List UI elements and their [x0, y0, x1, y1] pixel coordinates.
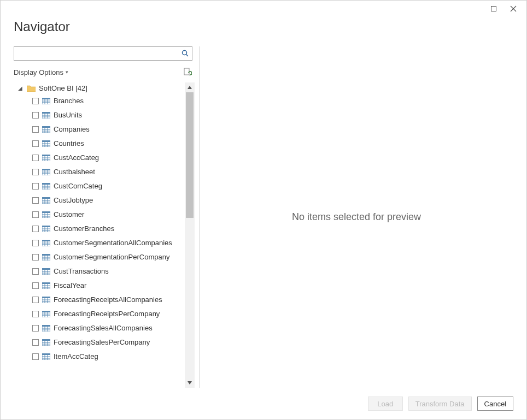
cancel-button[interactable]: Cancel [477, 397, 513, 411]
search-icon[interactable] [179, 50, 192, 57]
table-icon [42, 254, 50, 261]
svg-line-4 [186, 55, 189, 57]
checkbox[interactable] [32, 254, 39, 261]
checkbox[interactable] [32, 325, 39, 332]
tree-item[interactable]: CustomerSegmentationPerCompany [15, 250, 185, 264]
tree-item[interactable]: CustTransactions [15, 264, 185, 279]
load-button-label: Load [377, 400, 393, 408]
checkbox[interactable] [32, 197, 39, 204]
scroll-track[interactable] [185, 92, 195, 378]
checkbox[interactable] [32, 169, 39, 175]
transform-data-button[interactable]: Transform Data [408, 397, 472, 411]
table-icon [42, 126, 50, 133]
checkbox[interactable] [32, 339, 39, 346]
table-icon [42, 282, 50, 289]
checkbox[interactable] [32, 226, 39, 232]
table-icon [42, 325, 50, 332]
title-bar [1, 1, 526, 17]
tree-item[interactable]: CustomerSegmentationAllCompanies [15, 236, 185, 250]
tree-item-label: CustJobtype [54, 196, 93, 205]
svg-rect-37 [42, 169, 50, 170]
dialog-header: Navigator [1, 17, 526, 38]
preview-panel: No items selected for preview [200, 46, 513, 388]
tree-item-label: Companies [54, 125, 90, 134]
load-button[interactable]: Load [368, 397, 403, 411]
svg-rect-55 [42, 211, 50, 213]
checkbox[interactable] [32, 268, 39, 275]
checkbox[interactable] [32, 353, 39, 360]
tree-item-label: CustomerBranches [54, 224, 114, 234]
tree-item-label: ForecastingReceiptsPerCompany [54, 309, 160, 319]
tree-item-label: ForecastingSalesPerCompany [54, 338, 150, 347]
tree-item[interactable]: FiscalYear [15, 279, 185, 293]
svg-rect-109 [42, 339, 50, 341]
tree-item-label: CustAccCateg [54, 153, 99, 163]
folder-icon [27, 85, 36, 92]
checkbox[interactable] [32, 140, 39, 147]
tree-item-label: BusUnits [54, 110, 82, 120]
svg-rect-25 [42, 140, 50, 142]
tree-item[interactable]: Customer [15, 208, 185, 222]
refresh-button[interactable] [183, 67, 192, 77]
checkbox[interactable] [32, 240, 39, 246]
table-icon [42, 297, 50, 303]
tree-item[interactable]: ForecastingSalesAllCompanies [15, 321, 185, 335]
collapse-icon[interactable]: ◢ [18, 85, 24, 91]
svg-rect-73 [42, 254, 50, 256]
table-icon [42, 112, 50, 119]
table-icon [42, 311, 50, 317]
tree-item[interactable]: Custbalsheet [15, 165, 185, 179]
chevron-down-icon [188, 381, 192, 384]
maximize-button[interactable] [484, 2, 503, 16]
svg-rect-5 [184, 68, 189, 75]
checkbox[interactable] [32, 112, 39, 119]
svg-rect-79 [42, 268, 50, 270]
tree-item[interactable]: ForecastingReceiptsAllCompanies [15, 293, 185, 307]
search-input[interactable] [14, 50, 179, 58]
table-icon [42, 353, 50, 360]
tree-item-label: Countries [54, 139, 84, 149]
scrollbar[interactable] [185, 82, 195, 388]
search-box[interactable] [14, 46, 192, 61]
tree-item[interactable]: Branches [15, 94, 185, 108]
checkbox[interactable] [32, 126, 39, 133]
tree-item-label: ForecastingSalesAllCompanies [54, 323, 153, 333]
dialog-footer: Load Transform Data Cancel [1, 388, 526, 419]
svg-rect-13 [42, 112, 50, 114]
table-icon [42, 98, 50, 104]
tree-item[interactable]: ItemAccCateg [15, 350, 185, 364]
checkbox[interactable] [32, 311, 39, 317]
close-button[interactable] [503, 2, 523, 16]
preview-empty-message: No items selected for preview [292, 211, 421, 223]
tree-item[interactable]: CustJobtype [15, 193, 185, 208]
checkbox[interactable] [32, 297, 39, 303]
scroll-up-button[interactable] [185, 82, 195, 92]
tree-item[interactable]: Countries [15, 137, 185, 151]
checkbox[interactable] [32, 211, 39, 218]
tree-item[interactable]: CustComCateg [15, 179, 185, 193]
tree-item-label: CustomerSegmentationPerCompany [54, 252, 169, 262]
tree-item[interactable]: CustAccCateg [15, 151, 185, 165]
checkbox[interactable] [32, 155, 39, 161]
dialog-title: Navigator [14, 19, 513, 34]
scroll-thumb[interactable] [186, 92, 194, 218]
table-icon [42, 268, 50, 275]
display-options-dropdown[interactable]: Display Options ▾ [14, 68, 68, 76]
checkbox[interactable] [32, 183, 39, 190]
svg-rect-97 [42, 311, 50, 312]
tree-item[interactable]: ForecastingSalesPerCompany [15, 335, 185, 350]
svg-rect-0 [491, 7, 496, 11]
tree-item[interactable]: CustomerBranches [15, 222, 185, 236]
table-icon [42, 183, 50, 190]
tree-item[interactable]: BusUnits [15, 108, 185, 122]
tree-item-label: Branches [54, 96, 84, 106]
tree-item[interactable]: Companies [15, 122, 185, 137]
checkbox[interactable] [32, 282, 39, 289]
svg-rect-7 [42, 98, 50, 99]
checkbox[interactable] [32, 98, 39, 104]
scroll-down-button[interactable] [185, 378, 195, 388]
tree-root-node[interactable]: ◢ SoftOne BI [42] [15, 82, 185, 94]
tree-item[interactable]: ForecastingReceiptsPerCompany [15, 307, 185, 321]
svg-rect-19 [42, 126, 50, 128]
tree-view[interactable]: ◢ SoftOne BI [42] Branches BusUnits Comp… [14, 82, 185, 388]
